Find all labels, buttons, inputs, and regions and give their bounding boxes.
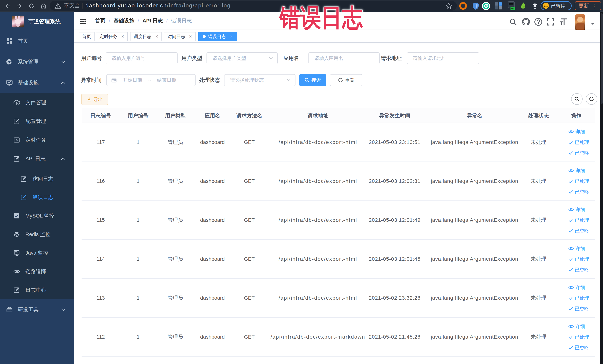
svg-text:on: on: [511, 7, 514, 10]
